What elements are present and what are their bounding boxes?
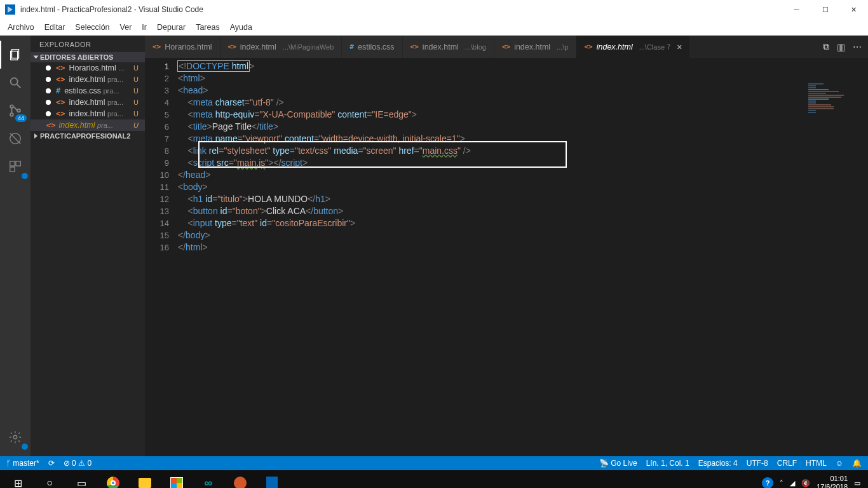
editor-tab[interactable]: <>index.html...\p [494,36,577,58]
menu-editar[interactable]: Editar [39,21,71,34]
menu-ver[interactable]: Ver [115,21,137,34]
start-button[interactable]: ⊞ [3,470,33,488]
file-name: index.html pra... [58,121,113,130]
compare-icon[interactable]: ⧉ [823,41,829,52]
menu-ayuda[interactable]: Ayuda [225,21,257,34]
titlebar: index.html - PracticaProfesional2 - Visu… [0,0,868,19]
vscode-taskbar-icon[interactable] [257,470,287,488]
status-eol[interactable]: CRLF [777,459,797,468]
tab-label: index.html [240,43,276,51]
open-editor-item[interactable]: <>index.html pra...U [31,119,145,131]
status-sync[interactable]: ⟳ [48,459,55,468]
status-feedback-icon[interactable]: ☺ [836,459,843,468]
svg-rect-10 [16,161,20,166]
open-editor-item[interactable]: <>index.html pra...U [31,108,145,119]
dirty-indicator [46,65,51,71]
code-content[interactable]: <!DOCTYPE html><html><head> <meta charse… [178,58,868,456]
open-editor-item[interactable]: <>index.html pra...U [31,74,145,85]
search-icon[interactable] [0,69,31,97]
menu-tareas[interactable]: Tareas [191,21,225,34]
menubar: Archivo Editar Selección Ver Ir Depurar … [0,19,868,36]
store-icon[interactable] [161,470,192,488]
file-icon: <> [153,43,161,51]
git-status: U [133,64,142,72]
arduino-icon[interactable]: ∞ [193,470,224,488]
more-icon[interactable]: ⋯ [853,42,862,52]
menu-seleccion[interactable]: Selección [70,21,114,34]
wifi-icon[interactable]: ◢ [790,479,795,487]
tray-up-icon[interactable]: ˄ [780,479,783,487]
extensions-icon[interactable] [0,152,31,180]
open-editor-item[interactable]: <>index.html pra...U [31,97,145,108]
source-control-icon[interactable]: 44 [0,97,31,125]
tab-label: index.html [423,43,459,51]
status-bell-icon[interactable]: 🔔 [852,459,862,468]
menu-depurar[interactable]: Depurar [152,21,191,34]
open-editor-item[interactable]: #estilos.css pra...U [31,85,145,97]
status-problems[interactable]: ⊘ 0 ⚠ 0 [64,459,92,468]
scm-badge: 44 [15,114,27,122]
git-status: U [133,98,142,106]
vscode-logo-icon [5,4,15,15]
file-icon: <> [584,43,592,51]
sidebar-title: EXPLORADOR [31,36,145,52]
file-icon: <> [56,75,65,84]
explorer-icon[interactable] [0,41,31,69]
editor-tab[interactable]: <>index.html...\Clase 7× [576,36,690,58]
minimap[interactable] [808,83,859,147]
editor-tab[interactable]: <>Horarios.html [145,36,220,58]
status-indent[interactable]: Espacios: 4 [698,459,738,468]
open-editor-item[interactable]: <>Horarios.html ...U [31,62,145,74]
file-icon: <> [502,43,510,51]
debug-icon[interactable] [0,125,31,152]
clock[interactable]: 01:01 17/6/2018 [817,475,848,488]
tabs: <>Horarios.html<>index.html...\MiPaginaW… [145,36,868,58]
window-controls: ─ ☐ ✕ [782,0,868,19]
chrome-icon[interactable] [98,470,128,488]
tab-label: index.html [597,43,633,51]
menu-ir[interactable]: Ir [137,21,152,34]
editor-tab[interactable]: <>index.html...\blog [403,36,494,58]
git-status: U [133,87,142,95]
volume-icon[interactable]: 🔇 [801,479,810,487]
close-icon[interactable]: × [677,42,682,52]
close-button[interactable]: ✕ [839,0,868,19]
explorer-folder-icon[interactable] [130,470,160,488]
split-icon[interactable]: ▥ [837,42,845,52]
dirty-indicator [46,88,51,93]
workspace-section[interactable]: PRACTICAPROFESIONAL2 [31,131,145,141]
settings-icon[interactable] [0,423,31,451]
svg-point-2 [11,78,18,85]
status-lang[interactable]: HTML [806,459,827,468]
notifications-icon[interactable]: ▭ [854,479,860,487]
file-name: index.html pra... [69,75,123,84]
git-status: U [133,76,142,83]
status-golive[interactable]: 📡 Go Live [599,459,637,468]
app-icon[interactable] [225,470,255,488]
window-title: index.html - PracticaProfesional2 - Visu… [20,5,203,14]
task-view-icon[interactable]: ▭ [66,470,97,488]
set-badge [22,444,28,450]
status-branch[interactable]: ᚶ master* [6,459,39,468]
statusbar: ᚶ master* ⟳ ⊘ 0 ⚠ 0 📡 Go Live Lín. 1, Co… [0,456,868,470]
open-editors-section[interactable]: EDITORES ABIERTOS [31,52,145,62]
help-icon[interactable]: ? [762,477,773,488]
tab-path: ...\blog [465,43,486,51]
line-gutter: 12345678910111213141516 [145,58,178,456]
cortana-search-icon[interactable]: ○ [34,470,65,488]
status-encoding[interactable]: UTF-8 [747,459,768,468]
editor-tab[interactable]: <>index.html...\MiPaginaWeb [220,36,342,58]
tab-label: Horarios.html [165,43,212,51]
tab-actions: ⧉ ▥ ⋯ [817,36,868,58]
file-icon: <> [410,43,419,51]
tab-path: ...\Clase 7 [639,43,671,51]
activity-bar: 44 [0,36,31,456]
editor-tab[interactable]: #estilos.css [342,36,402,58]
tab-path: ...\MiPaginaWeb [283,43,334,51]
minimize-button[interactable]: ─ [782,0,811,19]
sidebar: EXPLORADOR EDITORES ABIERTOS <>Horarios.… [31,36,145,456]
file-icon: # [349,43,354,51]
menu-archivo[interactable]: Archivo [3,21,39,34]
maximize-button[interactable]: ☐ [811,0,839,19]
status-cursor[interactable]: Lín. 1, Col. 1 [646,459,689,468]
